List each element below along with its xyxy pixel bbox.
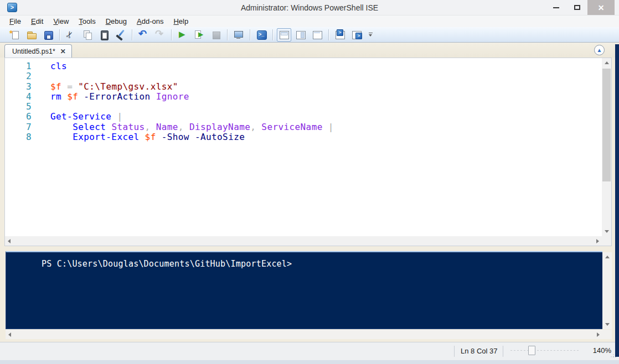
new-powershell-tab-icon [334, 29, 345, 40]
maximize-icon [574, 5, 580, 10]
save-script-button[interactable] [41, 28, 55, 41]
menu-bar: FileEditViewToolsDebugAdd-onsHelp [0, 15, 619, 27]
toolbar-overflow-icon[interactable] [367, 28, 375, 41]
code-line[interactable]: 8 Export-Excel $f -Show -AutoSize [5, 132, 602, 142]
run-script-icon [177, 29, 188, 40]
scrollbar-corner [602, 236, 611, 246]
stop-operation-button[interactable] [209, 28, 223, 41]
undo-button[interactable] [136, 28, 151, 41]
toolbar-separator [132, 29, 132, 40]
show-script-pane-top-button[interactable] [277, 28, 291, 41]
maximize-button[interactable] [566, 0, 587, 15]
powershell-ise-window: > Administrator: Windows PowerShell ISE … [0, 0, 619, 364]
tab-untitled5[interactable]: Untitled5.ps1* ✕ [4, 44, 72, 58]
clear-console-pane-icon [115, 29, 126, 40]
status-bar: Ln 8 Col 37 [0, 342, 619, 360]
line-number: 2 [5, 71, 32, 81]
run-selection-button[interactable] [192, 28, 207, 41]
close-icon: ✕ [598, 3, 605, 12]
menu-item-view[interactable]: View [48, 15, 74, 27]
console-horizontal-scrollbar[interactable] [6, 330, 602, 339]
start-powershell-icon [256, 29, 267, 40]
scroll-down-arrow[interactable] [605, 230, 609, 233]
code-line[interactable]: 1cls [5, 61, 602, 71]
code-line[interactable]: 2 [5, 71, 602, 81]
collapse-script-pane-button[interactable]: ▲ [594, 45, 605, 55]
new-remote-powershell-tab-icon [233, 29, 244, 40]
tab-label: Untitled5.ps1* [12, 48, 55, 55]
show-script-pane-right-button[interactable] [293, 28, 308, 41]
code-line[interactable]: 7 Select Status, Name, DisplayName, Serv… [5, 122, 602, 132]
open-script-button[interactable] [24, 28, 39, 41]
console-prompt[interactable]: PS C:\Users\Douglas\Documents\GitHub\Imp… [42, 259, 602, 269]
zoom-slider-thumb[interactable] [528, 346, 535, 355]
scroll-right-arrow[interactable] [597, 332, 600, 337]
title-bar: > Administrator: Windows PowerShell ISE … [0, 0, 619, 15]
show-script-pane-top-icon [278, 29, 290, 40]
toolbar-separator [59, 29, 60, 40]
line-number: 1 [5, 61, 32, 71]
code-line[interactable]: 6Get-Service | [5, 112, 602, 122]
undo-icon [138, 29, 149, 40]
code-line[interactable]: 4rm $f -ErrorAction Ignore [5, 92, 602, 102]
statusbar-separator [503, 346, 503, 357]
editor-vertical-scrollbar[interactable] [602, 58, 611, 236]
scroll-left-arrow[interactable] [8, 332, 11, 337]
editor-vscroll-thumb[interactable] [602, 69, 611, 181]
menu-item-debug[interactable]: Debug [101, 15, 132, 27]
scroll-up-arrow[interactable] [605, 61, 609, 64]
save-script-icon [43, 29, 54, 40]
console-vertical-scrollbar[interactable] [602, 252, 612, 329]
toolbar-separator [171, 29, 172, 40]
menu-item-edit[interactable]: Edit [26, 15, 48, 27]
close-button[interactable]: ✕ [587, 0, 615, 15]
show-script-pane-maximized-button[interactable] [310, 28, 324, 41]
menu-item-file[interactable]: File [4, 15, 26, 27]
console-pane[interactable]: PS C:\Users\Douglas\Documents\GitHub\Imp… [6, 251, 602, 329]
desktop-edge [615, 44, 619, 357]
toolbar [0, 27, 619, 43]
window-controls: ✕ [545, 0, 615, 15]
clear-console-pane-button[interactable] [114, 28, 128, 41]
show-powershell-console-button[interactable] [349, 28, 364, 41]
window-title: Administrator: Windows PowerShell ISE [0, 3, 619, 12]
menu-item-addons[interactable]: Add-ons [132, 15, 168, 27]
redo-button[interactable] [153, 28, 167, 41]
run-script-button[interactable] [176, 28, 190, 41]
copy-button[interactable] [80, 28, 95, 41]
code-line[interactable]: 5 [5, 102, 602, 112]
zoom-slider-track[interactable] [510, 350, 580, 351]
scroll-right-arrow[interactable] [596, 239, 599, 243]
code-area[interactable]: 1cls23$f = "C:\Temp\gsv.xlsx"4rm $f -Err… [5, 58, 602, 236]
scrollbar-corner [602, 330, 612, 339]
code-line[interactable]: 3$f = "C:\Temp\gsv.xlsx" [5, 82, 602, 92]
menu-item-tools[interactable]: Tools [74, 15, 100, 27]
powershell-ise-app-icon: > [7, 3, 17, 12]
cut-icon [65, 29, 76, 40]
menu-item-help[interactable]: Help [168, 15, 193, 27]
paste-icon [99, 29, 110, 40]
minimize-button[interactable] [545, 0, 566, 15]
line-number: 8 [5, 132, 32, 142]
toolbar-separator [272, 29, 273, 40]
start-powershell-button[interactable] [254, 28, 269, 41]
show-powershell-console-icon [351, 29, 362, 40]
new-script-button[interactable] [8, 28, 22, 41]
new-remote-powershell-tab-button[interactable] [231, 28, 246, 41]
scroll-up-arrow[interactable] [605, 256, 610, 258]
script-editor-pane: 1cls23$f = "C:\Temp\gsv.xlsx"4rm $f -Err… [4, 58, 612, 246]
line-number: 3 [5, 82, 32, 92]
new-powershell-tab-button[interactable] [333, 28, 347, 41]
stop-operation-icon [210, 29, 221, 40]
toolbar-separator [250, 29, 250, 40]
paste-button[interactable] [97, 28, 111, 41]
tab-close-icon[interactable]: ✕ [60, 48, 66, 55]
scroll-down-arrow[interactable] [605, 323, 610, 326]
toolbar-separator [328, 29, 329, 40]
editor-horizontal-scrollbar[interactable] [5, 236, 602, 246]
redo-icon [154, 29, 166, 40]
cut-button[interactable] [64, 28, 78, 41]
open-script-icon [26, 29, 37, 40]
copy-icon [82, 29, 93, 40]
scroll-left-arrow[interactable] [8, 239, 11, 243]
